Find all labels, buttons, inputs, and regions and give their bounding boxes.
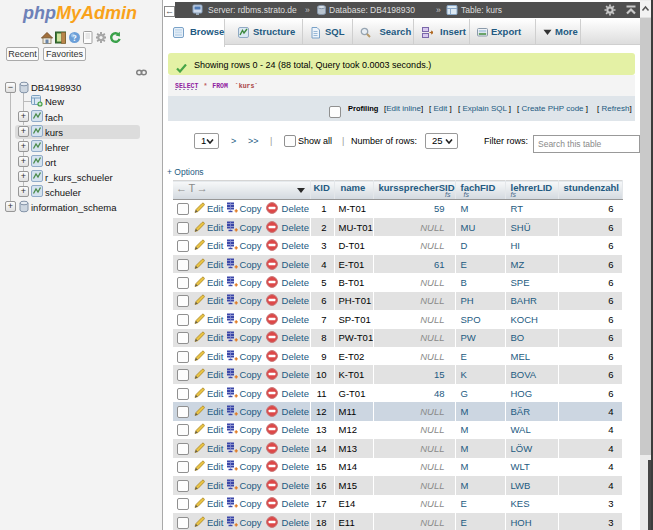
svg-text:?: ? bbox=[72, 33, 76, 43]
